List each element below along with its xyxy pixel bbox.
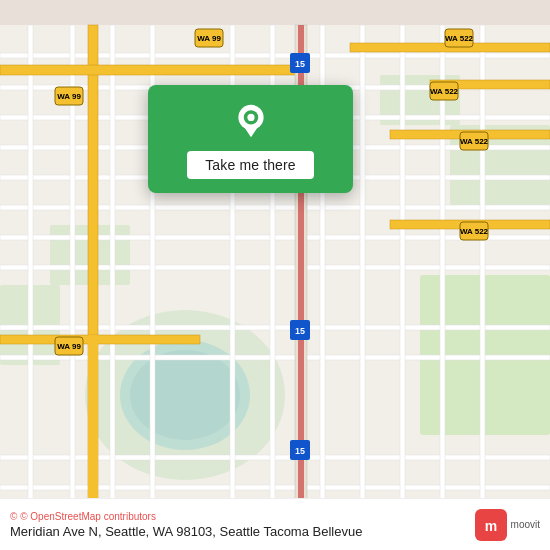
bottom-bar: © © OpenStreetMap contributors Meridian … (0, 498, 550, 550)
map-svg: WA 99 WA 99 WA 99 WA 522 WA 522 WA 522 W… (0, 0, 550, 550)
svg-text:WA 522: WA 522 (460, 227, 489, 236)
svg-text:15: 15 (295, 59, 305, 69)
svg-rect-23 (110, 25, 115, 525)
location-pin-icon (233, 103, 269, 139)
svg-text:WA 99: WA 99 (197, 34, 221, 43)
svg-text:15: 15 (295, 326, 305, 336)
svg-rect-34 (0, 65, 300, 75)
svg-rect-29 (400, 25, 405, 525)
svg-text:m: m (484, 518, 496, 534)
moovit-name: moovit (511, 519, 540, 530)
map-container: WA 99 WA 99 WA 99 WA 522 WA 522 WA 522 W… (0, 0, 550, 550)
svg-text:WA 522: WA 522 (430, 87, 459, 96)
moovit-logo: m moovit (475, 509, 540, 541)
moovit-brand-text: moovit (511, 519, 540, 530)
osm-attribution-text: © OpenStreetMap contributors (20, 511, 156, 522)
svg-text:15: 15 (295, 446, 305, 456)
take-me-there-button[interactable]: Take me there (187, 151, 314, 179)
svg-rect-41 (0, 335, 200, 344)
svg-text:WA 522: WA 522 (445, 34, 474, 43)
svg-rect-21 (28, 25, 33, 525)
svg-point-65 (247, 114, 254, 121)
svg-marker-66 (243, 126, 257, 137)
svg-text:WA 522: WA 522 (460, 137, 489, 146)
svg-rect-28 (360, 25, 365, 525)
map-popup: Take me there (148, 85, 353, 193)
moovit-icon: m (475, 509, 507, 541)
svg-rect-31 (480, 25, 485, 525)
svg-text:WA 99: WA 99 (57, 342, 81, 351)
svg-text:WA 99: WA 99 (57, 92, 81, 101)
bottom-left-info: © © OpenStreetMap contributors Meridian … (10, 511, 465, 539)
osm-credit: © © OpenStreetMap contributors (10, 511, 465, 522)
address-text: Meridian Ave N, Seattle, WA 98103, Seatt… (10, 524, 465, 539)
